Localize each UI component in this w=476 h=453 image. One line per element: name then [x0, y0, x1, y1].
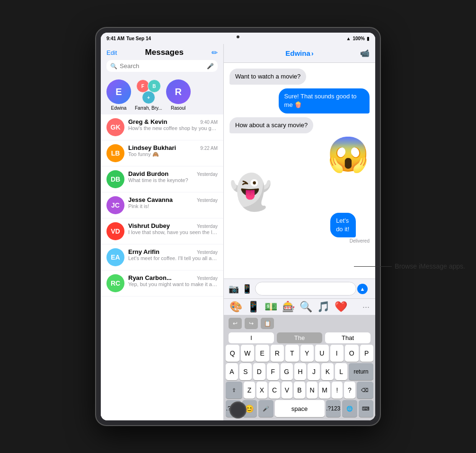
key-z[interactable]: Z: [244, 382, 255, 399]
keyboard-row-3: ⇧ Z X C V B N M ! ? ⌫: [226, 382, 373, 399]
conv-time: Yesterday: [197, 198, 218, 203]
avatar: RC: [106, 274, 124, 292]
key-h[interactable]: H: [294, 363, 307, 380]
sidebar: Edit Messages ✏ 🔍 🎤 E: [101, 44, 224, 420]
key-u[interactable]: U: [315, 345, 329, 362]
dismiss-keyboard-key[interactable]: ⌨: [359, 400, 374, 417]
key-p[interactable]: P: [360, 345, 374, 362]
conv-info: Lindsey Bukhari 9:22 AM Too funny 🙈: [128, 144, 218, 157]
undo-button[interactable]: ↩: [229, 318, 242, 329]
key-w[interactable]: W: [241, 345, 255, 362]
key-c[interactable]: C: [269, 382, 280, 399]
search-input[interactable]: [120, 62, 204, 70]
edit-button[interactable]: Edit: [106, 49, 117, 56]
key-f[interactable]: F: [267, 363, 279, 380]
conv-time: Yesterday: [197, 250, 218, 255]
key-question[interactable]: ?: [344, 382, 355, 399]
key-d[interactable]: D: [253, 363, 265, 380]
key-exclaim[interactable]: !: [332, 382, 343, 399]
prediction-i[interactable]: I: [229, 332, 274, 343]
key-r[interactable]: R: [271, 345, 284, 362]
search-app-icon[interactable]: 🔍: [300, 301, 312, 313]
key-a[interactable]: A: [226, 363, 238, 380]
key-m[interactable]: M: [319, 382, 330, 399]
pinned-name-rasoul: Rasoul: [171, 105, 185, 111]
list-item[interactable]: JC Jesse Cavanna Yesterday Pink it is!: [101, 192, 223, 218]
pinned-contact-rasoul[interactable]: R Rasoul: [166, 79, 191, 111]
list-item[interactable]: EA Erny Arifin Yesterday Let's meet for …: [101, 244, 223, 270]
sidebar-header: Edit Messages ✏ 🔍 🎤: [101, 44, 223, 78]
key-n[interactable]: N: [307, 382, 318, 399]
conv-name: David Burdon: [128, 170, 168, 177]
conv-info: Ryan Carbon... Yesterday Yep, but you mi…: [128, 274, 218, 287]
ghost-emoji-message: 👻: [229, 175, 272, 209]
more-apps-button[interactable]: ···: [362, 302, 370, 312]
conv-name: Lindsey Bukhari: [128, 144, 176, 151]
conv-name: Greg & Kevin: [128, 118, 167, 125]
key-e[interactable]: E: [256, 345, 269, 362]
intl-key[interactable]: 🌐: [342, 400, 357, 417]
shift-key[interactable]: ⇧: [226, 382, 242, 399]
key-b[interactable]: B: [294, 382, 305, 399]
conv-name: Vishrut Dubey: [128, 222, 170, 229]
compose-button[interactable]: ✏: [212, 48, 218, 57]
list-item[interactable]: VD Vishrut Dubey Yesterday I love that s…: [101, 218, 223, 244]
return-key[interactable]: return: [349, 363, 373, 380]
list-item[interactable]: GK Greg & Kevin 9:40 AM How's the new co…: [101, 114, 223, 140]
home-button[interactable]: [229, 401, 247, 418]
num-sym-key-right[interactable]: .?123: [326, 400, 341, 417]
prediction-that[interactable]: That: [325, 332, 370, 343]
key-q[interactable]: Q: [226, 345, 239, 362]
mic-icon[interactable]: 🎤: [207, 63, 214, 70]
space-key[interactable]: space: [275, 400, 325, 417]
conv-name: Ryan Carbon...: [128, 274, 172, 281]
key-v[interactable]: V: [282, 382, 293, 399]
key-k[interactable]: K: [321, 363, 334, 380]
backspace-key[interactable]: ⌫: [357, 382, 373, 399]
redo-button[interactable]: ↪: [245, 318, 258, 329]
key-j[interactable]: J: [308, 363, 320, 380]
app-store-button[interactable]: 📱: [242, 284, 252, 294]
conv-preview: Too funny 🙈: [128, 151, 218, 157]
annotation: Browse iMessage apps.: [354, 262, 465, 270]
message-input[interactable]: [255, 282, 356, 296]
mic-key[interactable]: 🎤: [258, 400, 273, 417]
message-bubble: How about a scary movie?: [229, 117, 313, 133]
key-l[interactable]: L: [335, 363, 347, 380]
annotation-line: [354, 266, 392, 267]
list-item[interactable]: DB David Burdon Yesterday What time is t…: [101, 166, 223, 192]
conv-preview: Let's meet for coffee. I'll tell you all…: [128, 255, 218, 261]
message-row: Sure! That sounds good to me 🍿: [229, 88, 370, 113]
key-g[interactable]: G: [281, 363, 293, 380]
list-item[interactable]: LB Lindsey Bukhari 9:22 AM Too funny 🙈: [101, 140, 223, 166]
predictions-row: I The That: [226, 331, 373, 345]
photos-app-icon[interactable]: 🎨: [229, 301, 242, 313]
camera-button[interactable]: 📷: [229, 284, 239, 294]
video-call-button[interactable]: 📹: [360, 49, 370, 58]
game-app-icon[interactable]: 🎰: [282, 301, 295, 313]
heart-app-icon[interactable]: ❤️: [335, 301, 347, 313]
key-o[interactable]: O: [345, 345, 359, 362]
key-y[interactable]: Y: [300, 345, 314, 362]
key-s[interactable]: S: [239, 363, 252, 380]
conv-name: Erny Arifin: [128, 248, 159, 255]
message-row: Want to watch a movie?: [229, 69, 370, 85]
pinned-contact-group[interactable]: F B + Farrah, Bry...: [135, 79, 162, 111]
conv-time: Yesterday: [197, 172, 218, 177]
key-t[interactable]: T: [285, 345, 299, 362]
list-item[interactable]: RC Ryan Carbon... Yesterday Yep, but you…: [101, 270, 223, 296]
status-date: Tue Sep 14: [126, 36, 151, 41]
music-app-icon[interactable]: 🎵: [317, 301, 330, 313]
appstore-app-icon[interactable]: 📱: [247, 301, 260, 313]
send-button[interactable]: ▲: [357, 284, 368, 294]
avatar: DB: [106, 170, 124, 188]
search-icon: 🔍: [110, 63, 117, 70]
key-x[interactable]: X: [256, 382, 268, 399]
keyboard-row-2: A S D F G H J K L return: [226, 363, 373, 380]
cash-app-icon[interactable]: 💵: [264, 301, 277, 313]
paste-button[interactable]: 📋: [261, 318, 274, 329]
pinned-contact-edwina[interactable]: E Edwina: [106, 79, 131, 111]
key-i[interactable]: I: [330, 345, 344, 362]
prediction-the[interactable]: The: [277, 332, 322, 343]
chat-contact-name[interactable]: Edwina ›: [285, 49, 314, 57]
